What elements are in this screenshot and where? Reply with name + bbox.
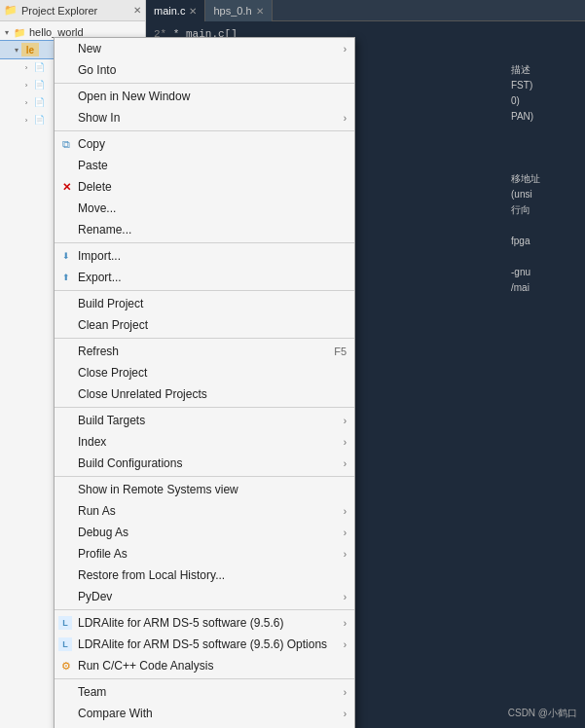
menu-pydev-arrow: › bbox=[344, 592, 347, 602]
menu-refresh[interactable]: Refresh F5 bbox=[55, 341, 354, 362]
menu-show-in[interactable]: Show In › bbox=[55, 107, 354, 128]
menu-refresh-shortcut: F5 bbox=[334, 346, 347, 357]
sub4-icon: 📄 bbox=[31, 112, 47, 127]
panel-title: Project Explorer bbox=[21, 5, 133, 17]
menu-open-new-window[interactable]: Open in New Window bbox=[55, 86, 354, 107]
menu-paste[interactable]: Paste bbox=[55, 155, 354, 176]
menu-run-code-analysis[interactable]: ⚙ Run C/C++ Code Analysis bbox=[55, 655, 354, 676]
tab-main-c-close[interactable]: ✕ bbox=[189, 6, 197, 17]
tab-main-c-label: main.c bbox=[154, 5, 185, 17]
right-line-dir: 行向 bbox=[511, 202, 581, 218]
sub3-icon: 📄 bbox=[31, 94, 47, 110]
separator-5 bbox=[55, 338, 354, 339]
menu-rename-label: Rename... bbox=[78, 223, 347, 237]
menu-profile-as[interactable]: Profile As › bbox=[55, 543, 354, 564]
menu-run-as-arrow: › bbox=[344, 506, 347, 517]
menu-import-label: Import... bbox=[78, 249, 347, 263]
menu-open-new-window-label: Open in New Window bbox=[78, 90, 347, 103]
menu-build-configs-arrow: › bbox=[344, 458, 347, 469]
menu-restore-history[interactable]: Restore from Local History... bbox=[55, 564, 354, 586]
separator-8 bbox=[55, 609, 354, 610]
watermark: CSDN @小鹤口 bbox=[508, 707, 577, 720]
menu-debug-as[interactable]: Debug As › bbox=[55, 522, 354, 543]
menu-run-as[interactable]: Run As › bbox=[55, 500, 354, 522]
right-line-0: 0) bbox=[511, 93, 581, 109]
menu-clean-project[interactable]: Clean Project bbox=[55, 314, 354, 336]
menu-refresh-label: Refresh bbox=[78, 345, 314, 358]
menu-compare-with-label: Compare With bbox=[78, 707, 340, 720]
menu-ldralite2[interactable]: L LDRAlite for ARM DS-5 software (9.5.6)… bbox=[55, 634, 354, 655]
panel-header: 📁 Project Explorer ✕ bbox=[0, 0, 145, 21]
menu-team[interactable]: Team › bbox=[55, 681, 354, 703]
menu-pydev-label: PyDev bbox=[78, 590, 340, 603]
import-icon: ⬇ bbox=[58, 248, 74, 264]
editor-tabs: main.c ✕ hps_0.h ✕ bbox=[146, 0, 585, 21]
menu-ldralite1[interactable]: L LDRAlite for ARM DS-5 software (9.5.6)… bbox=[55, 612, 354, 634]
project-icon: 📁 bbox=[12, 24, 27, 40]
right-line-fpga: fpga bbox=[511, 234, 581, 249]
menu-build-configs[interactable]: Build Configurations › bbox=[55, 453, 354, 474]
sub3-arrow: › bbox=[21, 97, 31, 107]
menu-delete[interactable]: ✕ Delete bbox=[55, 176, 354, 198]
menu-copy[interactable]: ⧉ Copy bbox=[55, 133, 354, 155]
tab-hps-h-close[interactable]: ✕ bbox=[256, 6, 264, 17]
menu-show-remote[interactable]: Show in Remote Systems view bbox=[55, 479, 354, 500]
menu-clean-project-label: Clean Project bbox=[78, 318, 347, 332]
separator-3 bbox=[55, 242, 354, 243]
menu-close-unrelated-label: Close Unrelated Projects bbox=[78, 387, 347, 401]
sub2-arrow: › bbox=[21, 80, 31, 90]
menu-copy-label: Copy bbox=[78, 137, 347, 151]
copy-icon: ⧉ bbox=[58, 136, 74, 152]
menu-close-project[interactable]: Close Project bbox=[55, 362, 354, 383]
menu-show-remote-label: Show in Remote Systems view bbox=[78, 483, 347, 496]
menu-paste-label: Paste bbox=[78, 159, 347, 172]
ldralite1-icon: L bbox=[58, 616, 72, 630]
menu-close-unrelated[interactable]: Close Unrelated Projects bbox=[55, 383, 354, 405]
menu-show-in-arrow: › bbox=[344, 113, 347, 124]
separator-6 bbox=[55, 407, 354, 408]
menu-ldralite1-label: LDRAlite for ARM DS-5 software (9.5.6) bbox=[78, 616, 340, 630]
menu-build-targets[interactable]: Build Targets › bbox=[55, 410, 354, 431]
menu-run-code-analysis-label: Run C/C++ Code Analysis bbox=[78, 659, 347, 673]
menu-import[interactable]: ⬇ Import... bbox=[55, 245, 354, 267]
menu-export-label: Export... bbox=[78, 271, 347, 284]
sub1-icon: 📄 bbox=[31, 59, 47, 75]
menu-team-label: Team bbox=[78, 685, 340, 699]
menu-move[interactable]: Move... bbox=[55, 198, 354, 219]
menu-configure[interactable]: Configure › bbox=[55, 724, 354, 728]
menu-rename[interactable]: Rename... bbox=[55, 219, 354, 240]
tab-main-c[interactable]: main.c ✕ bbox=[146, 0, 205, 21]
right-line-unsi: (unsi bbox=[511, 187, 581, 202]
menu-move-label: Move... bbox=[78, 201, 347, 215]
menu-ldralite1-arrow: › bbox=[344, 618, 347, 629]
menu-export[interactable]: ⬆ Export... bbox=[55, 267, 354, 288]
right-line-pan: PAN) bbox=[511, 109, 581, 125]
menu-new[interactable]: New › bbox=[55, 38, 354, 59]
menu-build-project[interactable]: Build Project bbox=[55, 293, 354, 314]
menu-go-into[interactable]: Go Into bbox=[55, 59, 354, 81]
sub4-arrow: › bbox=[21, 115, 31, 125]
menu-delete-label: Delete bbox=[78, 180, 347, 194]
menu-compare-with[interactable]: Compare With › bbox=[55, 703, 354, 724]
menu-profile-as-label: Profile As bbox=[78, 547, 340, 561]
right-info: 描述 FST) 0) PAN) 移地址 (unsi 行向 fpga -gnu /… bbox=[507, 58, 585, 300]
menu-ldralite2-label: LDRAlite for ARM DS-5 software (9.5.6) O… bbox=[78, 637, 340, 651]
menu-compare-with-arrow: › bbox=[344, 709, 347, 719]
menu-index-arrow: › bbox=[344, 437, 347, 448]
menu-build-configs-label: Build Configurations bbox=[78, 456, 340, 470]
menu-pydev[interactable]: PyDev › bbox=[55, 586, 354, 607]
separator-9 bbox=[55, 678, 354, 679]
right-line-fst: FST) bbox=[511, 78, 581, 93]
menu-run-as-label: Run As bbox=[78, 504, 340, 518]
sub2-icon: 📄 bbox=[31, 77, 47, 92]
separator-1 bbox=[55, 83, 354, 84]
menu-index[interactable]: Index › bbox=[55, 431, 354, 453]
panel-close[interactable]: ✕ bbox=[133, 5, 141, 16]
menu-build-project-label: Build Project bbox=[78, 297, 347, 310]
menu-restore-history-label: Restore from Local History... bbox=[78, 568, 347, 582]
menu-new-arrow: › bbox=[344, 44, 347, 55]
menu-index-label: Index bbox=[78, 435, 340, 449]
menu-team-arrow: › bbox=[344, 687, 347, 698]
menu-profile-as-arrow: › bbox=[344, 549, 347, 560]
tab-hps-h[interactable]: hps_0.h ✕ bbox=[205, 0, 272, 21]
